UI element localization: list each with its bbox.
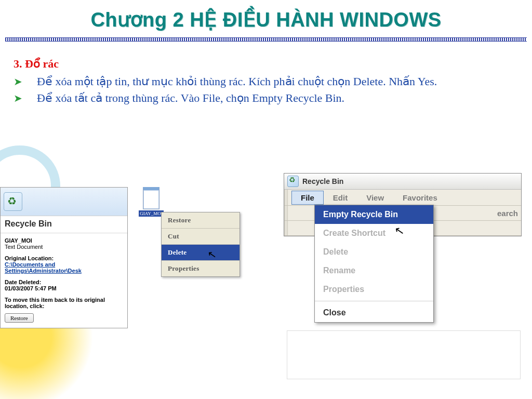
menu-delete: Delete (315, 243, 433, 261)
file-name-label: GIAY_MOI (5, 237, 123, 244)
date-deleted-label: Date Deleted: (5, 279, 123, 285)
window-titlebar[interactable]: Recycle Bin (284, 174, 521, 190)
sidebar-iconbar (1, 188, 127, 216)
menu-file[interactable]: File (291, 191, 324, 205)
menubar: File Edit View Favorites (284, 190, 521, 206)
section-heading: 3. Đổ rác (14, 57, 59, 71)
orig-location-link[interactable]: C:\Documents and Settings\Administrator\… (5, 261, 82, 274)
toolbar-grip-icon (284, 190, 288, 205)
menu-properties: Properties (315, 280, 433, 299)
page-title: Chương 2 HỆ ĐIỀU HÀNH WINDOWS (0, 8, 532, 31)
restore-button[interactable]: Restore (5, 313, 34, 323)
bullet-text: Để xóa tất cả trong thùng rác. Vào File,… (37, 91, 344, 105)
menu-separator (315, 301, 433, 301)
bullet-item-2: ➤ Để xóa tất cả trong thùng rác. Vào Fil… (14, 91, 344, 105)
title-divider (5, 37, 527, 42)
ctx-properties[interactable]: Properties (162, 261, 240, 276)
date-deleted-value: 01/03/2007 5:47 PM (5, 285, 123, 291)
recycle-bin-icon (4, 192, 22, 211)
bullet-text: Để xóa một tập tin, thư mục khỏi thùng r… (37, 74, 437, 89)
menu-favorites[interactable]: Favorites (393, 191, 447, 205)
file-menu-dropdown: Empty Recycle Bin Create Shortcut Delete… (314, 205, 434, 323)
ctx-delete[interactable]: Delete (162, 245, 240, 261)
menu-view[interactable]: View (357, 191, 393, 205)
file-icon-label: GIAY_MOI (139, 210, 164, 217)
bullet-arrow-icon: ➤ (14, 74, 22, 89)
search-label-fragment[interactable]: earch (490, 209, 518, 218)
bullet-item-1: ➤ Để xóa một tập tin, thư mục khỏi thùng… (14, 74, 437, 89)
window-title: Recycle Bin (302, 177, 343, 185)
sidebar-title: Recycle Bin (1, 216, 127, 233)
ctx-cut[interactable]: Cut (162, 229, 240, 245)
toolbar-grip-icon (284, 206, 288, 220)
move-back-hint: To move this item back to its original l… (5, 297, 123, 309)
window-content-area (287, 330, 521, 379)
recycle-bin-sidebar: Recycle Bin GIAY_MOI Text Document Origi… (0, 187, 128, 328)
menu-empty-recycle-bin[interactable]: Empty Recycle Bin (315, 205, 433, 224)
recycle-bin-icon (287, 176, 299, 187)
menu-rename: Rename (315, 261, 433, 280)
bullet-arrow-icon: ➤ (14, 91, 22, 105)
menu-close[interactable]: Close (315, 303, 433, 322)
file-type-label: Text Document (5, 244, 123, 250)
notepad-icon (143, 187, 159, 209)
orig-location-label: Original Location: (5, 255, 123, 261)
toolbar-grip-icon (284, 221, 288, 235)
context-menu: Restore Cut Delete Properties (161, 212, 240, 277)
menu-edit[interactable]: Edit (324, 191, 357, 205)
menu-create-shortcut: Create Shortcut (315, 224, 433, 243)
ctx-restore[interactable]: Restore (162, 212, 240, 229)
